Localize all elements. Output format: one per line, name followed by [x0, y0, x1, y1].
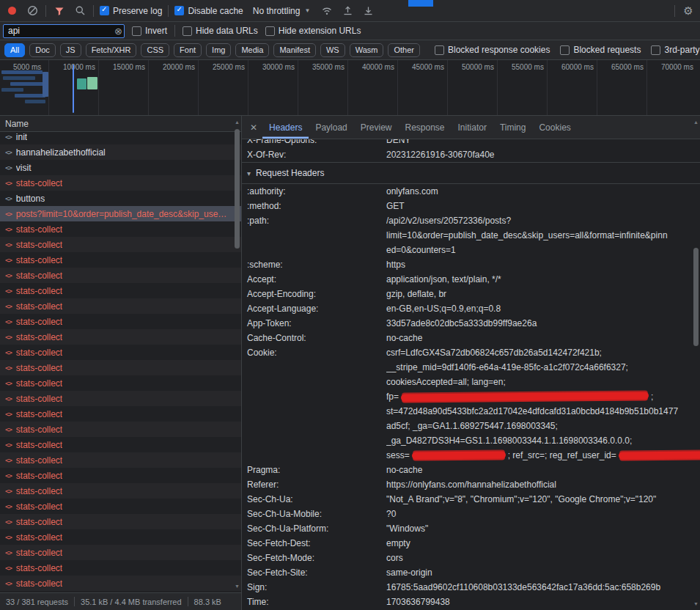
tab-initiator[interactable]: Initiator [452, 116, 493, 139]
filter-button[interactable] [52, 4, 67, 18]
close-icon[interactable]: ✕ [250, 122, 257, 133]
request-row[interactable]: <>stats-collect [0, 252, 241, 268]
request-row[interactable]: <>buttons [0, 191, 241, 206]
filter-input[interactable] [3, 24, 125, 38]
header-value-line: https [386, 257, 700, 272]
tab-headers[interactable]: Headers [262, 116, 309, 139]
request-row[interactable]: <>stats-collect [0, 468, 241, 483]
request-row[interactable]: <>stats-collect [0, 545, 241, 560]
request-row[interactable]: <>visit [0, 160, 241, 175]
timeline-label: 55000 ms [512, 63, 544, 71]
type-chip-css[interactable]: CSS [141, 43, 169, 57]
request-row[interactable]: <>stats-collect [0, 314, 241, 329]
scroll-down-arrow-icon[interactable]: ▼ [692, 600, 700, 607]
settings-button[interactable]: ⚙ [681, 4, 696, 18]
script-icon: <> [5, 380, 12, 387]
detail-scrollbar[interactable]: ▲ ▼ [692, 119, 700, 607]
clear-filter-icon[interactable]: ⊗ [114, 25, 122, 37]
type-chip-js[interactable]: JS [60, 43, 81, 57]
request-row[interactable]: <>init [0, 132, 241, 144]
tab-response[interactable]: Response [398, 116, 451, 139]
type-chip-ws[interactable]: WS [320, 43, 345, 57]
request-row[interactable]: <>stats-collect [0, 298, 241, 314]
scrollbar-thumb[interactable] [235, 129, 240, 249]
tab-timing[interactable]: Timing [493, 116, 533, 139]
request-row[interactable]: <>hannahelizabethofficial [0, 144, 241, 160]
header-row: Cookie:csrf=LdfcGX4Sa72db06824c657db26a5… [242, 345, 700, 463]
toolbar-divider [174, 25, 175, 37]
request-row[interactable]: <>stats-collect [0, 345, 241, 360]
tab-preview[interactable]: Preview [354, 116, 399, 139]
request-table: Name <>init<>hannahelizabethofficial<>vi… [0, 116, 242, 610]
type-chip-media[interactable]: Media [235, 43, 269, 57]
type-chip-wasm[interactable]: Wasm [350, 43, 384, 57]
request-row[interactable]: <>stats-collect [0, 406, 241, 422]
clear-button[interactable] [25, 4, 40, 18]
request-row[interactable]: <>stats-collect [0, 283, 241, 298]
request-row[interactable]: <>stats-collect [0, 391, 241, 406]
scroll-up-arrow-icon[interactable]: ▲ [692, 119, 700, 125]
type-chip-all[interactable]: All [4, 43, 25, 57]
clear-icon [27, 5, 38, 16]
import-har-button[interactable] [340, 4, 355, 18]
tab-cookies[interactable]: Cookies [532, 116, 577, 139]
request-row[interactable]: <>stats-collect [0, 514, 241, 529]
network-conditions-button[interactable] [320, 4, 334, 18]
request-row[interactable]: <>stats-collect [0, 375, 241, 391]
network-overview-timeline[interactable]: 5000 ms10000 ms15000 ms20000 ms25000 ms3… [0, 60, 700, 116]
request-row[interactable]: <>stats-collect [0, 529, 241, 545]
type-chip-img[interactable]: Img [206, 43, 231, 57]
scrollbar-thumb[interactable] [693, 248, 699, 346]
disable-cache-checkbox[interactable]: Disable cache [174, 6, 243, 16]
request-row[interactable]: <>stats-collect [0, 268, 241, 283]
chevron-down-icon: ▼ [304, 7, 310, 14]
header-value-line: ?0 [386, 507, 700, 521]
request-row[interactable]: <>posts?limit=10&order=publish_date_desc… [0, 206, 241, 221]
checkbox-3rd-party-requests[interactable]: 3rd-party requests [651, 45, 700, 55]
request-row[interactable]: <>stats-collect [0, 175, 241, 191]
preserve-log-checkbox[interactable]: Preserve log [100, 6, 162, 16]
request-name-label: stats-collect [16, 286, 62, 296]
waterfall-bar [77, 78, 86, 89]
script-icon: <> [5, 411, 12, 418]
section-title: Request Headers [256, 168, 324, 178]
header-name: App-Token: [242, 316, 386, 331]
request-row[interactable]: <>stats-collect [0, 329, 241, 345]
checkbox-blocked-response-cookies[interactable]: Blocked response cookies [435, 45, 550, 55]
request-row[interactable]: <>stats-collect [0, 437, 241, 452]
scroll-down-arrow-icon[interactable]: ▼ [233, 583, 241, 589]
request-row[interactable]: <>stats-collect [0, 237, 241, 252]
header-row: Sec-Fetch-Mode:cors [242, 551, 700, 565]
scroll-up-arrow-icon[interactable]: ▲ [233, 119, 241, 125]
type-chip-fetch-xhr[interactable]: Fetch/XHR [86, 43, 137, 57]
request-name-label: stats-collect [16, 348, 62, 358]
invert-checkbox[interactable]: Invert [132, 26, 167, 36]
request-row[interactable]: <>stats-collect [0, 560, 241, 576]
request-row[interactable]: <>stats-collect [0, 422, 241, 437]
request-name-label: stats-collect [16, 317, 62, 327]
request-row[interactable]: <>stats-collect [0, 452, 241, 468]
timeline-label: 70000 ms [661, 63, 693, 71]
request-row[interactable]: <>stats-collect [0, 483, 241, 499]
header-name: :method: [242, 199, 386, 213]
type-chip-manifest[interactable]: Manifest [273, 43, 316, 57]
hide-data-urls-checkbox[interactable]: Hide data URLs [183, 26, 258, 36]
request-row[interactable]: <>stats-collect [0, 360, 241, 375]
record-button[interactable] [4, 4, 19, 18]
checkbox-blocked-requests[interactable]: Blocked requests [560, 45, 641, 55]
request-row[interactable]: <>stats-collect [0, 499, 241, 514]
export-har-button[interactable] [361, 4, 375, 18]
request-list-scrollbar[interactable]: ▲ ▼ [233, 119, 241, 589]
search-button[interactable] [73, 4, 87, 18]
request-headers-section-header[interactable]: ▾ Request Headers [242, 163, 700, 184]
type-chip-doc[interactable]: Doc [29, 43, 56, 57]
request-row[interactable]: <>stats-collect [0, 576, 241, 591]
request-row[interactable]: <>stats-collect [0, 221, 241, 237]
throttling-dropdown[interactable]: No throttling ▼ [249, 4, 314, 18]
type-chip-font[interactable]: Font [174, 43, 202, 57]
tab-payload[interactable]: Payload [309, 116, 353, 139]
hide-extension-urls-checkbox[interactable]: Hide extension URLs [265, 26, 361, 36]
type-chip-other[interactable]: Other [388, 43, 420, 57]
header-row: Sec-Fetch-Site:same-origin [242, 565, 700, 580]
name-column-header[interactable]: Name [0, 116, 241, 132]
